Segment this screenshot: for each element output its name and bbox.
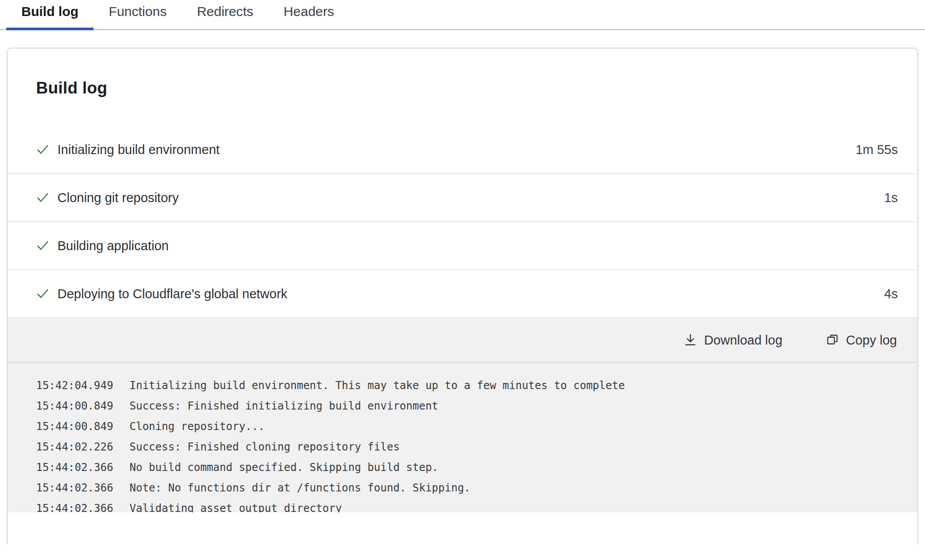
step-label: Cloning git repository	[57, 191, 884, 205]
step-duration: 1m 55s	[856, 142, 898, 157]
log-message: Success: Finished initializing build env…	[130, 396, 909, 416]
log-line: 15:44:02.366 Validating asset output dir…	[36, 498, 909, 512]
deployment-tabs: Build log Functions Redirects Headers	[0, 0, 925, 30]
copy-log-button[interactable]: Copy log	[825, 333, 897, 348]
build-steps-list: Initializing build environment 1m 55s Cl…	[8, 126, 917, 318]
check-icon	[36, 143, 49, 156]
log-line: 15:44:02.366 No build command specified.…	[36, 457, 909, 478]
log-timestamp: 15:42:04.949	[36, 375, 130, 396]
check-icon	[36, 287, 49, 300]
step-row-cloning[interactable]: Cloning git repository 1s	[8, 174, 917, 222]
check-icon	[36, 239, 49, 252]
log-message: Note: No functions dir at /functions fou…	[130, 478, 909, 498]
log-timestamp: 15:44:00.849	[36, 416, 130, 437]
tab-functions[interactable]: Functions	[93, 0, 182, 29]
log-timestamp: 15:44:02.366	[36, 478, 130, 498]
log-message: Initializing build environment. This may…	[130, 375, 909, 396]
download-log-label: Download log	[704, 333, 783, 348]
step-duration: 4s	[884, 287, 898, 301]
log-message: No build command specified. Skipping bui…	[130, 457, 909, 478]
tab-redirects[interactable]: Redirects	[182, 0, 268, 29]
step-duration: 1s	[884, 191, 898, 205]
step-row-initializing[interactable]: Initializing build environment 1m 55s	[8, 126, 917, 174]
download-log-button[interactable]: Download log	[683, 333, 783, 348]
log-output: 15:42:04.949 Initializing build environm…	[8, 363, 917, 512]
step-label: Building application	[57, 239, 898, 253]
log-line: 15:44:00.849 Success: Finished initializ…	[36, 396, 909, 416]
build-log-card: Build log Initializing build environment…	[7, 48, 918, 544]
copy-log-label: Copy log	[846, 333, 897, 348]
log-timestamp: 15:44:02.366	[36, 498, 130, 512]
tab-headers[interactable]: Headers	[268, 0, 349, 29]
log-message: Validating asset output directory	[130, 498, 909, 512]
log-message: Success: Finished cloning repository fil…	[130, 437, 909, 457]
log-line: 15:42:04.949 Initializing build environm…	[36, 375, 909, 396]
log-message: Cloning repository...	[130, 416, 909, 437]
check-icon	[36, 191, 49, 204]
log-toolbar: Download log Copy log	[8, 318, 917, 363]
download-icon	[683, 333, 698, 347]
card-title: Build log	[8, 49, 917, 97]
copy-icon	[825, 333, 840, 347]
step-row-deploying[interactable]: Deploying to Cloudflare's global network…	[8, 270, 917, 318]
log-line: 15:44:02.366 Note: No functions dir at /…	[36, 478, 909, 498]
log-timestamp: 15:44:02.366	[36, 457, 130, 478]
log-timestamp: 15:44:02.226	[36, 437, 130, 457]
log-line: 15:44:02.226 Success: Finished cloning r…	[36, 437, 909, 457]
step-label: Initializing build environment	[57, 142, 856, 157]
tab-build-log[interactable]: Build log	[6, 0, 93, 29]
step-label: Deploying to Cloudflare's global network	[57, 287, 884, 301]
log-timestamp: 15:44:00.849	[36, 396, 130, 416]
log-line: 15:44:00.849 Cloning repository...	[36, 416, 909, 437]
step-row-building[interactable]: Building application	[8, 222, 917, 270]
